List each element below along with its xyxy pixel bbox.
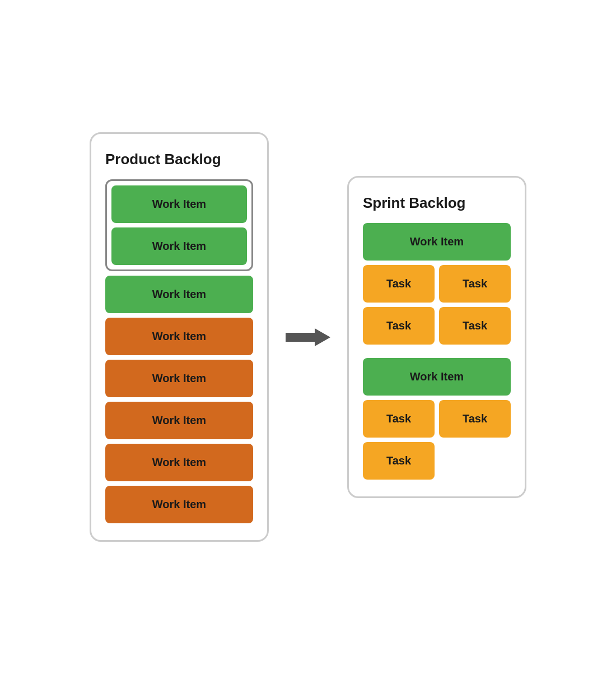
product-item-8: Work Item bbox=[105, 486, 253, 523]
sprint-backlog-panel: Sprint Backlog Work Item Task Task Task … bbox=[347, 176, 526, 498]
selected-work-item-1: Work Item bbox=[111, 185, 247, 223]
svg-marker-0 bbox=[286, 328, 330, 346]
product-backlog-title: Product Backlog bbox=[105, 151, 253, 168]
product-item-3: Work Item bbox=[105, 276, 253, 313]
product-items-list: Work Item Work Item Work Item Work Item … bbox=[105, 276, 253, 523]
arrow-icon bbox=[286, 323, 330, 351]
sprint-task-1-3: Task bbox=[363, 307, 435, 345]
sprint-task-1-1: Task bbox=[363, 265, 435, 303]
sprint-task-1-2: Task bbox=[439, 265, 511, 303]
selected-work-item-2: Work Item bbox=[111, 227, 247, 265]
sprint-backlog-title: Sprint Backlog bbox=[363, 194, 511, 212]
sprint-task-2-1: Task bbox=[363, 400, 435, 438]
sprint-task-grid-2: Task Task Task bbox=[363, 400, 511, 480]
selection-box: Work Item Work Item bbox=[105, 179, 253, 271]
sprint-task-2-3: Task bbox=[363, 442, 435, 480]
diagram-container: Product Backlog Work Item Work Item Work… bbox=[67, 110, 549, 564]
sprint-work-item-1: Work Item bbox=[363, 223, 511, 261]
product-item-6: Work Item bbox=[105, 402, 253, 439]
sprint-task-grid-1: Task Task Task Task bbox=[363, 265, 511, 345]
arrow-container bbox=[286, 323, 330, 351]
sprint-work-item-2: Work Item bbox=[363, 358, 511, 396]
product-item-7: Work Item bbox=[105, 444, 253, 481]
product-item-5: Work Item bbox=[105, 360, 253, 397]
sprint-group-1: Work Item Task Task Task Task bbox=[363, 223, 511, 345]
sprint-task-2-2: Task bbox=[439, 400, 511, 438]
sprint-group-2: Work Item Task Task Task bbox=[363, 358, 511, 480]
product-backlog-panel: Product Backlog Work Item Work Item Work… bbox=[90, 132, 269, 542]
product-item-4: Work Item bbox=[105, 318, 253, 355]
sprint-task-1-4: Task bbox=[439, 307, 511, 345]
